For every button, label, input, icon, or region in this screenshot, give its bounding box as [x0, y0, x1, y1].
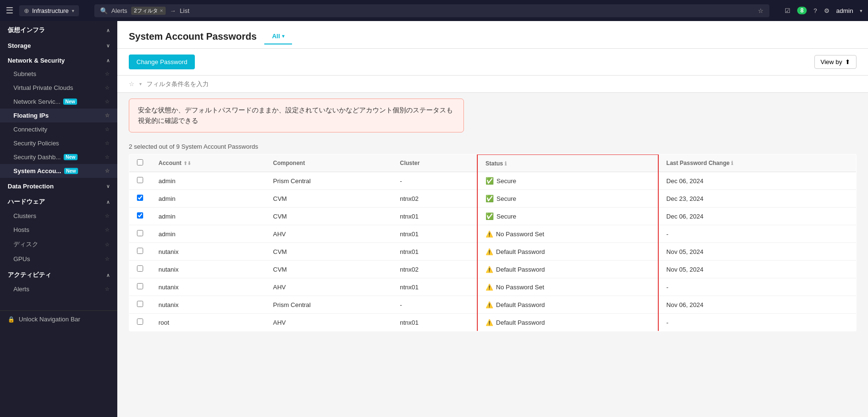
row-checkbox[interactable]	[137, 177, 143, 183]
row-checkbox-cell	[129, 261, 151, 278]
sort-icon: ⬆⬇	[183, 161, 191, 166]
status-label: No Password Set	[496, 230, 544, 238]
cell-component: AHV	[265, 314, 392, 331]
sidebar-item-hosts[interactable]: Hosts ☆	[0, 223, 117, 237]
table-info: 2 selected out of 9 System Account Passw…	[129, 138, 857, 154]
star-icon[interactable]: ☆	[105, 112, 110, 119]
row-checkbox[interactable]	[137, 265, 143, 272]
breadcrumb-label: Infrastructure	[32, 7, 69, 14]
star-icon[interactable]: ☆	[105, 256, 110, 262]
row-checkbox[interactable]	[137, 301, 143, 307]
cell-last-password-change: -	[658, 314, 857, 331]
page-title: System Account Passwords	[129, 31, 257, 42]
row-checkbox[interactable]	[137, 248, 143, 254]
star-icon[interactable]: ☆	[105, 99, 110, 105]
filter-chevron-icon[interactable]: ▾	[139, 81, 142, 87]
sidebar-item-gpus[interactable]: GPUs ☆	[0, 252, 117, 266]
row-checkbox[interactable]	[137, 283, 143, 289]
row-checkbox[interactable]	[137, 212, 143, 219]
star-icon[interactable]: ☆	[105, 213, 110, 219]
row-checkbox[interactable]	[137, 195, 143, 201]
cell-account: nutanix	[151, 261, 265, 278]
cell-component: AHV	[265, 225, 392, 243]
admin-chevron-icon[interactable]: ▾	[860, 8, 862, 13]
row-checkbox-cell	[129, 225, 151, 243]
star-icon[interactable]: ☆	[105, 140, 110, 146]
header-cluster: Cluster	[392, 154, 477, 172]
row-checkbox[interactable]	[137, 230, 143, 236]
warning-icon: ⚠️	[485, 301, 493, 308]
chevron-icon: ∧	[106, 273, 110, 278]
sidebar-item-connectivity[interactable]: Connectivity ☆	[0, 122, 117, 136]
item-label: Security Dashb...	[13, 154, 61, 161]
star-icon[interactable]: ☆	[105, 286, 110, 292]
header-component: Component	[265, 154, 392, 172]
breadcrumb[interactable]: ⊕ Infrastructure ▾	[19, 5, 79, 16]
filter-tag[interactable]: 2フィルタ ×	[131, 7, 166, 15]
table-row: adminCVMntnx02✅SecureDec 23, 2024	[129, 190, 857, 208]
sidebar-section-network-security[interactable]: Network & Security ∧	[0, 52, 117, 67]
star-icon[interactable]: ☆	[105, 154, 110, 160]
table-row: adminPrism Central-✅SecureDec 06, 2024	[129, 172, 857, 190]
page-header: System Account Passwords All ▾	[117, 21, 868, 49]
warning-icon: ⚠️	[485, 319, 493, 326]
callout-text: 安全な状態か、デフォルトパスワードのままか、設定されていないかなどアカウント個別…	[138, 106, 453, 124]
item-label: Subnets	[13, 70, 36, 77]
unlock-navigation-bar[interactable]: 🔒 Unlock Navigation Bar	[0, 310, 117, 328]
row-checkbox-cell	[129, 190, 151, 208]
sidebar-item-subnets[interactable]: Subnets ☆	[0, 67, 117, 81]
star-icon[interactable]: ☆	[758, 7, 764, 14]
sidebar-item-floating-ips[interactable]: Floating IPs ☆	[0, 109, 117, 122]
filter-input[interactable]	[147, 80, 857, 88]
sort-icon: ⬆	[845, 58, 850, 66]
sidebar-item-security-dashboard[interactable]: Security Dashb... New ☆	[0, 150, 117, 164]
sidebar-section-virtual-infra[interactable]: 仮想インフラ ∧	[0, 21, 117, 37]
sidebar-item-system-accounts[interactable]: System Accou... New ☆	[0, 164, 117, 178]
tab-all[interactable]: All ▾	[264, 29, 292, 44]
cell-status: ⚠️No Password Set	[477, 225, 658, 243]
view-by-button[interactable]: View by ⬆	[814, 55, 857, 69]
filter-close-icon[interactable]: ×	[160, 8, 163, 13]
sidebar-item-security-policies[interactable]: Security Policies ☆	[0, 136, 117, 150]
search-bar[interactable]: 🔍 Alerts 2フィルタ × → List ☆	[94, 4, 769, 17]
cell-component: Prism Central	[265, 296, 392, 314]
cell-account: nutanix	[151, 243, 265, 261]
settings-icon[interactable]: ⚙	[824, 7, 830, 14]
star-icon[interactable]: ☆	[105, 227, 110, 233]
sidebar-item-alerts[interactable]: Alerts ☆	[0, 282, 117, 296]
hamburger-icon[interactable]: ☰	[6, 5, 13, 16]
header-account[interactable]: Account ⬆⬇	[151, 154, 265, 172]
main-content: System Account Passwords All ▾ Change Pa…	[117, 21, 868, 417]
star-icon[interactable]: ☆	[105, 168, 110, 174]
star-icon[interactable]: ☆	[105, 241, 110, 248]
sidebar-section-label: ハードウェア	[8, 198, 45, 206]
info-icon[interactable]: ℹ	[731, 160, 733, 166]
star-icon[interactable]: ☆	[105, 126, 110, 132]
filter-star-icon[interactable]: ☆	[129, 80, 135, 88]
select-all-header[interactable]	[129, 154, 151, 172]
sidebar-item-network-services[interactable]: Network Servic... New ☆	[0, 95, 117, 109]
sidebar-item-clusters[interactable]: Clusters ☆	[0, 209, 117, 223]
select-all-checkbox[interactable]	[137, 159, 143, 165]
row-checkbox[interactable]	[137, 318, 143, 325]
cell-component: CVM	[265, 208, 392, 225]
sidebar-section-activity[interactable]: アクティビティ ∧	[0, 266, 117, 282]
sidebar-item-vpc[interactable]: Virtual Private Clouds ☆	[0, 81, 117, 95]
help-icon[interactable]: ?	[813, 7, 817, 14]
info-icon[interactable]: ℹ	[505, 161, 507, 166]
sidebar-section-hardware[interactable]: ハードウェア ∧	[0, 193, 117, 209]
notification-badge[interactable]: 8	[797, 7, 807, 14]
globe-icon: ⊕	[24, 7, 29, 14]
main-layout: 仮想インフラ ∧ Storage ∨ Network & Security ∧ …	[0, 21, 868, 417]
star-icon[interactable]: ☆	[105, 71, 110, 77]
sidebar-item-disks[interactable]: ディスク ☆	[0, 237, 117, 252]
sidebar-section-label: Storage	[8, 42, 31, 49]
sidebar-section-data-protection[interactable]: Data Protection ∨	[0, 178, 117, 193]
change-password-button[interactable]: Change Password	[129, 55, 195, 69]
status-label: Default Password	[496, 301, 545, 308]
cell-cluster: ntnx02	[392, 261, 477, 278]
sidebar-section-storage[interactable]: Storage ∨	[0, 37, 117, 52]
cell-account: admin	[151, 208, 265, 225]
checkbox-icon[interactable]: ☑	[785, 7, 790, 14]
star-icon[interactable]: ☆	[105, 85, 110, 91]
